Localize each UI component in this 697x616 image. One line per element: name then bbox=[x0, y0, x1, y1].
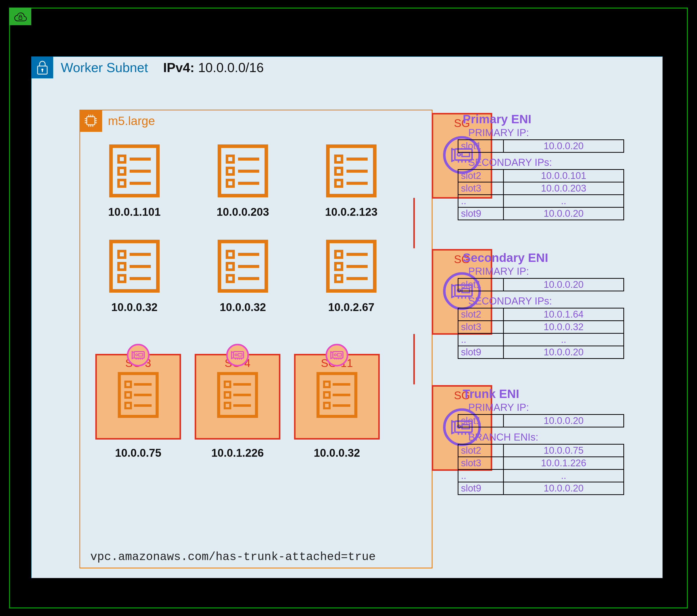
subnet-title: Worker Subnet bbox=[61, 60, 148, 75]
ipv4-cidr: IPv4: 10.0.0.0/16 bbox=[163, 60, 264, 75]
sg-pod: SG-4 10.0.1.226 bbox=[195, 354, 280, 459]
pod-icon bbox=[325, 238, 378, 294]
svg-rect-46 bbox=[227, 251, 234, 258]
svg-rect-71 bbox=[125, 403, 131, 408]
pod-icon bbox=[117, 371, 160, 419]
svg-rect-20 bbox=[119, 168, 125, 175]
svg-rect-99 bbox=[324, 403, 330, 408]
pod-ip: 10.0.0.75 bbox=[95, 447, 181, 459]
table-row: slot310.0.1.226 bbox=[458, 457, 624, 469]
svg-rect-39 bbox=[119, 251, 125, 258]
svg-rect-57 bbox=[336, 275, 342, 282]
svg-rect-81 bbox=[225, 381, 230, 387]
svg-rect-18 bbox=[119, 156, 125, 162]
table-row: slot310.0.0.32 bbox=[458, 321, 624, 333]
svg-rect-55 bbox=[336, 263, 342, 270]
pod: 10.0.0.203 bbox=[204, 143, 282, 218]
pod-ip: 10.0.0.32 bbox=[95, 301, 174, 314]
svg-rect-43 bbox=[119, 275, 125, 282]
table-row: slot110.0.0.20 bbox=[458, 140, 624, 152]
primary-ip-label: PRIMARY IP: bbox=[468, 127, 652, 138]
svg-rect-48 bbox=[227, 263, 234, 270]
pod: 10.0.0.32 bbox=[204, 238, 282, 314]
table-row: slot910.0.0.20 bbox=[458, 482, 624, 495]
table-row: slot210.0.1.64 bbox=[458, 308, 624, 321]
table-row: slot110.0.0.20 bbox=[458, 415, 624, 427]
trunk-eni-details: Trunk ENI PRIMARY IP: slot110.0.0.20 BRA… bbox=[455, 387, 652, 495]
pod-ip: 10.0.1.101 bbox=[95, 206, 174, 218]
pod-ip: 10.0.2.67 bbox=[312, 301, 390, 314]
svg-rect-85 bbox=[225, 403, 230, 408]
pod-icon bbox=[315, 371, 358, 419]
svg-rect-4 bbox=[87, 117, 95, 125]
branch-eni-label: BRANCH ENIs: bbox=[468, 432, 652, 443]
ip-table: slot210.0.0.101 slot310.0.0.203 .... slo… bbox=[458, 169, 624, 220]
sg-pod: SG-3 10.0.0.75 bbox=[95, 354, 181, 459]
pod: 10.0.0.32 bbox=[95, 238, 174, 314]
svg-point-60 bbox=[136, 354, 138, 356]
svg-rect-25 bbox=[227, 156, 234, 162]
svg-rect-69 bbox=[125, 392, 131, 398]
svg-rect-3 bbox=[42, 70, 43, 72]
pod-icon bbox=[108, 143, 161, 199]
svg-rect-67 bbox=[125, 381, 131, 387]
pod-ip: 10.0.2.123 bbox=[312, 206, 390, 218]
svg-rect-50 bbox=[227, 275, 234, 282]
svg-point-88 bbox=[335, 354, 337, 356]
svg-rect-61 bbox=[139, 354, 143, 356]
nic-icon bbox=[326, 344, 348, 366]
table-row: .... bbox=[458, 469, 624, 482]
svg-rect-41 bbox=[119, 263, 125, 270]
ip-table: slot110.0.0.20 bbox=[458, 278, 624, 291]
secondary-ip-label: SECONDARY IPs: bbox=[468, 296, 652, 307]
trunk-annotation: vpc.amazonaws.com/has-trunk-attached=tru… bbox=[90, 551, 376, 564]
pod-icon bbox=[325, 143, 378, 199]
instance-box: m5.large 10.0.1.101 10.0.0.203 10.0.2.12… bbox=[79, 110, 432, 568]
svg-rect-27 bbox=[227, 168, 234, 175]
sg-pod: SG-11 10.0.0.32 bbox=[294, 354, 380, 459]
pod-ip: 10.0.0.32 bbox=[204, 301, 282, 314]
svg-point-74 bbox=[235, 354, 237, 356]
table-row: slot210.0.0.101 bbox=[458, 170, 624, 182]
ip-table: slot110.0.0.20 bbox=[458, 414, 624, 427]
svg-rect-0 bbox=[19, 17, 22, 19]
eni-title: Primary ENI bbox=[463, 112, 652, 126]
svg-rect-29 bbox=[227, 180, 234, 186]
svg-rect-22 bbox=[119, 180, 125, 186]
ip-table: slot110.0.0.20 bbox=[458, 139, 624, 153]
ip-table: slot210.0.0.75 slot310.0.1.226 .... slot… bbox=[458, 444, 624, 495]
svg-rect-89 bbox=[337, 354, 341, 356]
eni-title: Secondary ENI bbox=[463, 251, 652, 265]
secondary-eni-details: Secondary ENI PRIMARY IP: slot110.0.0.20… bbox=[455, 251, 652, 359]
primary-ip-label: PRIMARY IP: bbox=[468, 402, 652, 413]
instance-type-label: m5.large bbox=[108, 114, 155, 128]
cloud-lock-icon bbox=[9, 7, 31, 25]
svg-rect-34 bbox=[336, 168, 342, 175]
table-row: slot910.0.0.20 bbox=[458, 207, 624, 220]
pod-ip: 10.0.0.32 bbox=[294, 447, 380, 459]
pod: 10.0.1.101 bbox=[95, 143, 174, 218]
table-row: slot910.0.0.20 bbox=[458, 346, 624, 359]
ip-table: slot210.0.1.64 slot310.0.0.32 .... slot9… bbox=[458, 308, 624, 359]
svg-rect-36 bbox=[336, 180, 342, 186]
svg-rect-83 bbox=[225, 392, 230, 398]
pod-icon bbox=[108, 238, 161, 294]
lock-icon bbox=[31, 57, 53, 78]
pod-ip: 10.0.1.226 bbox=[195, 447, 280, 459]
svg-rect-97 bbox=[324, 392, 330, 398]
pod: 10.0.2.123 bbox=[312, 143, 390, 218]
svg-rect-75 bbox=[238, 354, 242, 356]
pod-ip: 10.0.0.203 bbox=[204, 206, 282, 218]
secondary-ip-label: SECONDARY IPs: bbox=[468, 157, 652, 168]
primary-eni-details: Primary ENI PRIMARY IP: slot110.0.0.20 S… bbox=[455, 112, 652, 220]
pod-icon bbox=[216, 238, 269, 294]
svg-rect-95 bbox=[324, 381, 330, 387]
table-row: slot110.0.0.20 bbox=[458, 279, 624, 291]
primary-ip-label: PRIMARY IP: bbox=[468, 266, 652, 277]
table-row: .... bbox=[458, 333, 624, 346]
chip-icon bbox=[79, 110, 102, 132]
pod-icon bbox=[216, 143, 269, 199]
table-row: slot310.0.0.203 bbox=[458, 182, 624, 195]
nic-icon bbox=[226, 344, 249, 366]
nic-icon bbox=[127, 344, 150, 366]
